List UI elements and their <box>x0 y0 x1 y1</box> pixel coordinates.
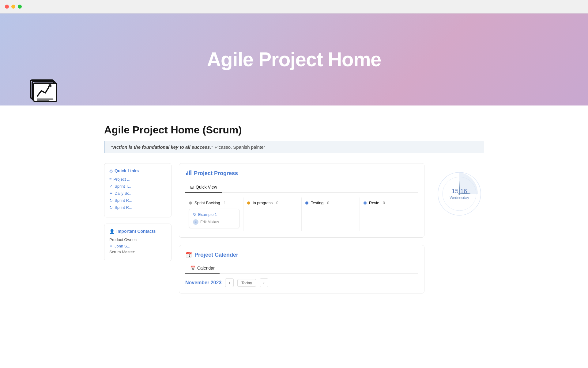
tab-calendar-icon: 📅 <box>190 266 195 270</box>
sidebar-link-sprint-t[interactable]: ✓ Sprint T... <box>109 184 166 189</box>
page-body: Agile Project Home (Scrum) "Action is th… <box>80 105 508 312</box>
project-progress-header: Project Progress <box>185 170 418 177</box>
tab-calendar[interactable]: 📅 Calendar <box>185 263 220 274</box>
svg-rect-6 <box>187 171 188 175</box>
count-testing: 0 <box>327 201 329 205</box>
product-owner-icon: ✦ <box>109 244 113 248</box>
svg-rect-5 <box>186 173 187 175</box>
sidebar-link-sprint-r2[interactable]: ↻ Sprint R... <box>109 205 166 210</box>
assignee-name: Erik Mikkus <box>200 220 219 224</box>
col-header-review: Revie 0 <box>364 201 414 205</box>
count-sprint-backlog: 1 <box>224 201 226 205</box>
svg-rect-7 <box>189 171 190 175</box>
product-owner-label: Product Owner: <box>109 237 166 242</box>
project-progress-icon <box>185 170 191 177</box>
hero-icon <box>24 74 58 112</box>
project-calendar-card: 📅 Project Calender 📅 Calendar November 2… <box>179 245 424 293</box>
calendar-prev-button[interactable]: ‹ <box>225 278 234 287</box>
quote-attribution: Picasso, Spanish painter <box>213 144 265 150</box>
sidebar-link-project[interactable]: ≡ Project ... <box>109 177 166 182</box>
dot-sprint-backlog <box>189 201 192 205</box>
kanban-card-example1[interactable]: ↻ Example 1 E Erik Mikkus <box>189 209 239 228</box>
daily-sc-icon: ✦ <box>109 191 113 196</box>
count-in-progress: 0 <box>276 201 278 205</box>
maximize-button[interactable] <box>18 5 22 9</box>
main-content: Project Progress ⊞ Quick View Spr <box>179 163 424 293</box>
progress-tabs: ⊞ Quick View <box>185 182 418 193</box>
tab-quick-view-icon: ⊞ <box>190 185 194 190</box>
col-header-sprint-backlog: Sprint Backlog 1 <box>189 201 239 205</box>
quote-text: "Action is the foundational key to all s… <box>111 144 213 150</box>
contacts-title: 👤 Important Contacts <box>109 229 166 234</box>
col-testing: Testing 0 <box>302 197 360 231</box>
sprint-r2-icon: ↻ <box>109 205 113 210</box>
assignee-avatar: E <box>193 219 198 225</box>
dot-testing <box>305 201 308 205</box>
sidebar-link-sprint-r1[interactable]: ↻ Sprint R... <box>109 198 166 203</box>
refresh-icon: ↻ <box>193 212 196 217</box>
clock-time: 15:16 <box>450 188 469 195</box>
hero-title: Agile Project Home <box>207 48 381 71</box>
col-sprint-backlog: Sprint Backlog 1 ↻ Example 1 E <box>185 197 243 231</box>
contacts-card: 👤 Important Contacts Product Owner: ✦ Jo… <box>104 224 172 261</box>
project-link-icon: ≡ <box>109 177 112 182</box>
project-progress-card: Project Progress ⊞ Quick View Spr <box>179 163 424 238</box>
quick-links-card: ◇ Quick Links ≡ Project ... ✓ Sprint T..… <box>104 163 172 217</box>
calendar-section-icon: 📅 <box>185 251 192 258</box>
contacts-icon: 👤 <box>109 229 115 234</box>
clock-widget: 15:16 Wednesday <box>432 163 487 218</box>
project-calendar-header: 📅 Project Calender <box>185 251 418 258</box>
titlebar <box>0 0 588 13</box>
col-header-in-progress: In progress 0 <box>247 201 298 205</box>
quick-links-title: ◇ Quick Links <box>109 168 166 173</box>
page-title: Agile Project Home (Scrum) <box>104 124 484 136</box>
clock-text: 15:16 Wednesday <box>450 188 469 200</box>
minimize-button[interactable] <box>11 5 15 9</box>
col-review: Revie 0 <box>360 197 418 231</box>
clock-day: Wednesday <box>450 196 469 200</box>
svg-rect-8 <box>190 170 191 175</box>
clock-container: 15:16 Wednesday <box>435 169 484 218</box>
col-header-testing: Testing 0 <box>305 201 356 205</box>
sprint-r1-icon: ↻ <box>109 198 113 203</box>
tab-quick-view[interactable]: ⊞ Quick View <box>185 182 222 193</box>
calendar-month: November 2023 <box>185 280 221 286</box>
quote-block: "Action is the foundational key to all s… <box>104 141 484 153</box>
sidebar: ◇ Quick Links ≡ Project ... ✓ Sprint T..… <box>104 163 172 261</box>
hero-banner: Agile Project Home <box>0 13 588 105</box>
dot-in-progress <box>247 201 250 205</box>
project-progress-title: Project Progress <box>194 170 238 177</box>
project-calendar-title: Project Calender <box>194 252 238 258</box>
dot-review <box>364 201 367 205</box>
card-assignee-example1: E Erik Mikkus <box>193 219 236 225</box>
card-title-example1[interactable]: ↻ Example 1 <box>193 212 236 217</box>
product-owner-link[interactable]: ✦ John S... <box>109 244 166 248</box>
kanban-board: Sprint Backlog 1 ↻ Example 1 E <box>185 197 418 231</box>
calendar-tabs: 📅 Calendar <box>185 263 418 274</box>
calendar-nav: November 2023 ‹ Today › <box>185 278 418 287</box>
calendar-today-button[interactable]: Today <box>237 279 256 287</box>
sidebar-link-daily-sc[interactable]: ✦ Daily Sc... <box>109 191 166 196</box>
close-button[interactable] <box>5 5 9 9</box>
scrum-master-label: Scrum Master: <box>109 250 166 254</box>
calendar-next-button[interactable]: › <box>260 278 268 287</box>
count-review: 0 <box>383 201 385 205</box>
main-layout: ◇ Quick Links ≡ Project ... ✓ Sprint T..… <box>104 163 484 293</box>
sprint-t-icon: ✓ <box>109 184 113 189</box>
col-in-progress: In progress 0 <box>243 197 302 231</box>
quick-links-icon: ◇ <box>109 168 113 173</box>
